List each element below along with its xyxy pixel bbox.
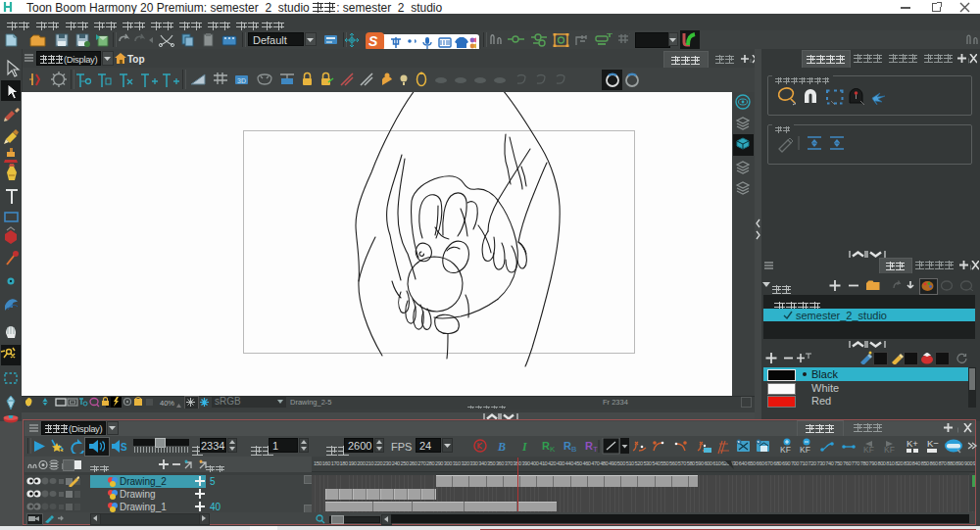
svg-text:I: I (521, 440, 528, 454)
svg-text:3D: 3D (237, 77, 246, 84)
svg-text:B: B (571, 445, 576, 454)
svg-text:K−: K− (927, 438, 939, 449)
svg-text:KF: KF (780, 445, 791, 455)
svg-text:K: K (550, 445, 556, 454)
svg-text:R: R (564, 440, 571, 452)
svg-text:S: S (121, 442, 127, 453)
svg-text:R: R (585, 440, 593, 452)
svg-text:KF: KF (884, 445, 895, 455)
svg-text:KF: KF (800, 445, 810, 455)
svg-text:KF: KF (863, 445, 874, 455)
svg-text:T: T (593, 445, 598, 454)
svg-text:K+: K+ (906, 438, 918, 449)
svg-text:B: B (497, 440, 506, 454)
svg-text:R: R (542, 440, 550, 452)
